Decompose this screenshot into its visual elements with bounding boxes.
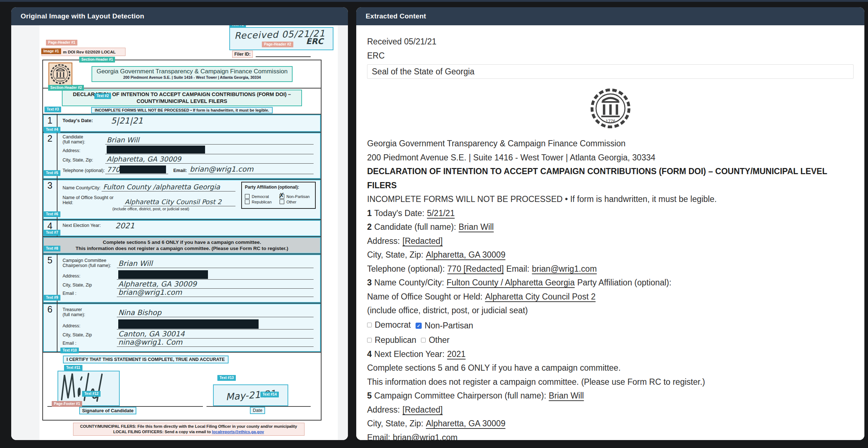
treasurer-email-label: Email :: [63, 341, 117, 347]
treasurer-email-value: nina@wrig1. Com: [118, 338, 182, 346]
org-address: 200 Piedmont Avenue S.E. | Suite 1416 - …: [97, 75, 288, 79]
county-city-label: Name County/City:: [63, 185, 102, 191]
next-election-label: Next Election Year:: [63, 223, 101, 230]
right-panel-header: Extracted Content: [356, 7, 864, 25]
city-state-zip-value: Alpharetta, GA 30009: [107, 155, 181, 163]
form-seal-cell: 1776: [43, 60, 78, 88]
seal-detection-box: 1776: [48, 63, 72, 86]
chairperson-address-label: Address:: [63, 273, 117, 280]
section-3-content: Name County/City: Fulton County /alphare…: [58, 180, 321, 219]
email-value: brian@wrig1.com: [190, 165, 254, 173]
extracted-email-2: Email:brian@wrig1.com: [367, 431, 854, 440]
label-text-9: Text #9: [44, 295, 60, 301]
telephone-label: Telephone (optional):: [63, 168, 105, 174]
check-icon: ✓: [417, 324, 421, 328]
treasurer-address-redaction: [118, 319, 259, 329]
extracted-checkbox-other[interactable]: ✓Other: [421, 333, 450, 347]
candidate-name-value: Brian Will: [107, 136, 139, 144]
extracted-city-2: City, State, Zip:Alpharetta, GA 30009: [367, 417, 854, 431]
label-text-1: Text #1: [229, 25, 246, 28]
left-panel-header: Original Image with Layout Detection: [11, 7, 348, 25]
seal-caption-box: Seal of the State of Georgia: [367, 64, 854, 79]
todays-date-label: Today's Date:: [63, 118, 93, 125]
banner-line-1: Complete sections 5 and 6 ONLY if you ha…: [43, 239, 321, 245]
footer-email-link[interactable]: localreports@ethics.ga.gov: [212, 430, 264, 434]
banner-line-2: This information does not register a cam…: [43, 245, 321, 251]
chairperson-label: Campaign Committee Chairperson (full nam…: [63, 258, 117, 268]
nonpartisan-checkbox-icon[interactable]: ✗: [280, 194, 284, 199]
label-text-6: Text #6: [44, 211, 60, 217]
checkbox-republican[interactable]: Republican: [245, 199, 280, 204]
signature-caption: Signature of Candidate: [79, 407, 136, 414]
label-text-13: Text #13: [217, 375, 236, 381]
county-city-value: Fulton County /alpharetta Georgia: [103, 183, 220, 191]
republican-checkbox[interactable]: ✓: [367, 338, 372, 343]
label-text-12: Text #12: [82, 391, 101, 397]
label-section-header-2: Section-Header #2: [48, 85, 84, 91]
left-panel-body: Page-Header #1 Text #1 Received 05/21/21…: [11, 25, 348, 440]
other-checkbox[interactable]: ✓: [421, 338, 426, 343]
democrat-checkbox-icon[interactable]: [245, 194, 250, 199]
georgia-seal-icon: 1776: [50, 63, 71, 85]
candidate-label: Candidate (full name):: [63, 134, 105, 145]
label-page-header-2: Page-Header #2: [262, 42, 293, 47]
form-rev-note: m DOI Rev 02/2020 LOCAL: [63, 50, 116, 54]
extracted-chairperson: 5Campaign Committee Chairperson (full na…: [367, 389, 854, 403]
label-text-7: Text #7: [44, 230, 60, 236]
extracted-phone-email: Telephone (optional):770 [Redacted]Email…: [367, 262, 854, 276]
extracted-received: Received 05/21/21: [367, 35, 854, 49]
chairperson-email-value: brian@wrig1.com: [118, 288, 182, 297]
label-page-header-1: Page-Header #1: [46, 40, 77, 46]
incomplete-note-box: INCOMPLETE FORMS WILL NOT BE PROCESSED •…: [91, 107, 273, 113]
form-section-3: 3 Name County/City: Fulton County /alpha…: [43, 179, 321, 219]
extracted-incomplete-note: INCOMPLETE FORMS WILL NOT BE PROCESSED •…: [367, 192, 854, 206]
chairperson-email-label: Email :: [63, 291, 117, 297]
signature-detection-box: Text #12 Page-Footer #1: [58, 371, 120, 406]
extracted-county-city: 3Name County/City:Fulton County / Alphar…: [367, 276, 854, 290]
democrat-checkbox[interactable]: ✓: [367, 323, 372, 327]
extracted-checkbox-nonpartisan[interactable]: ✓Non-Partisan: [416, 319, 473, 333]
city-state-zip-label: City, State, Zip:: [63, 158, 105, 164]
certify-statement: I CERTIFY THAT THIS STATEMENT IS COMPLET…: [63, 356, 229, 363]
label-text-8: Text #8: [44, 246, 60, 251]
label-text-2: Text #2: [94, 93, 111, 99]
top-strip: [0, 0, 868, 2]
checkbox-other[interactable]: Other: [280, 199, 312, 204]
office-sought-label: Name of Office Sought or Held:: [63, 195, 123, 206]
republican-checkbox-icon[interactable]: [245, 199, 250, 204]
label-text-11: Text #11: [64, 365, 82, 371]
label-page-footer-1: Page-Footer #1: [52, 401, 82, 407]
treasurer-city-value: Canton, GA 30014: [118, 329, 185, 338]
extracted-party-row-2: ✓Republican ✓Other: [367, 333, 854, 347]
label-text-5: Text #5: [44, 170, 60, 176]
org-header-cell: Section-Header #1 Georgia Government Tra…: [78, 60, 321, 88]
email-label: Email:: [173, 168, 187, 173]
extracted-office-sought: Name of Office Sought or Held:Alpharetta…: [367, 290, 854, 304]
checkbox-democrat[interactable]: Democrat: [245, 194, 280, 199]
section-4-content: Next Election Year: 2021: [58, 220, 321, 236]
extracted-city: City, State, Zip:Alpharetta, GA 30009: [367, 248, 854, 262]
form-section-2: 2 Candidate (full name): Brian Will Addr: [43, 132, 321, 179]
extracted-checkbox-democrat[interactable]: ✓Democrat: [367, 318, 411, 332]
extracted-checkbox-republican[interactable]: ✓Republican: [367, 333, 416, 347]
office-note: (include office, district, post, or judi…: [63, 207, 239, 211]
checkbox-nonpartisan[interactable]: ✗Non-Partisan: [280, 194, 312, 199]
form-section-5: 5 Campaign Committee Chairperson (full n…: [43, 254, 321, 303]
extracted-office-note: (include office, district, post, or judi…: [367, 303, 854, 318]
party-affiliation-box: Party Affiliation (optional): Democrat ✗…: [241, 182, 316, 209]
right-panel-title: Extracted Content: [366, 12, 426, 20]
georgia-seal-image: 1776: [590, 87, 631, 130]
other-checkbox-icon[interactable]: [280, 199, 284, 204]
footer-line-2: LOCAL FILING OFFICERS: Send a copy via e…: [76, 429, 302, 435]
office-sought-value: Alpharetta City Counsil Post 2: [125, 198, 221, 206]
extracted-declaration: DECLARATION OF INTENTION TO ACCEPT CAMPA…: [367, 164, 854, 192]
treasurer-city-label: City, State, Zip: [63, 332, 117, 339]
date-detection-box: May-21-21 Text #14: [213, 384, 288, 406]
nonpartisan-checkbox[interactable]: ✓: [416, 323, 422, 329]
address-label: Address:: [63, 148, 105, 154]
extracted-address-2: Address:[Redacted]: [367, 403, 854, 417]
extracted-address: Address:[Redacted]: [367, 234, 854, 248]
extracted-erc: ERC: [367, 49, 854, 63]
right-panel-body: Received 05/21/21 ERC Seal of the State …: [356, 25, 864, 440]
received-stamp-box: Text #1 Received 05/21/21 ERC Page-Heade…: [229, 27, 333, 50]
